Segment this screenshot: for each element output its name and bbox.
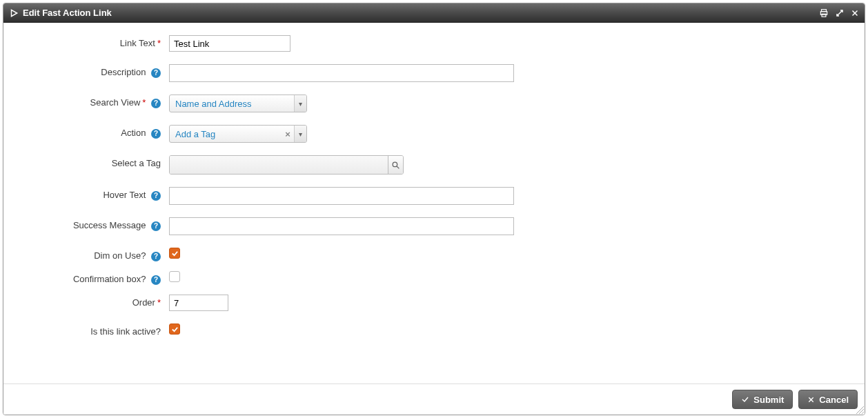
label-select-tag: Select a Tag	[10, 155, 169, 168]
dialog-title: Edit Fast Action Link	[23, 8, 112, 18]
tag-search-input[interactable]	[170, 156, 388, 174]
help-icon[interactable]: ?	[151, 252, 161, 261]
print-icon[interactable]	[819, 8, 829, 18]
row-confirmation-box: Confirmation box? ?	[10, 271, 858, 285]
required-marker: *	[142, 97, 146, 108]
required-marker: *	[157, 38, 161, 48]
row-is-active: Is this link active?	[10, 324, 858, 337]
hover-text-input[interactable]	[169, 187, 514, 205]
select-value: Name and Address	[170, 99, 294, 109]
label-description: Description ?	[10, 64, 169, 78]
chevron-down-icon: ▾	[294, 95, 306, 112]
app-icon	[9, 8, 19, 18]
row-dim-on-use: Dim on Use? ?	[10, 248, 858, 261]
order-input[interactable]	[169, 295, 228, 311]
titlebar: Edit Fast Action Link	[3, 3, 865, 23]
svg-marker-0	[12, 10, 17, 16]
row-action: Action ? Add a Tag × ▾	[10, 125, 858, 143]
svg-point-4	[393, 162, 397, 167]
search-view-select[interactable]: Name and Address ▾	[169, 94, 307, 112]
row-success-message: Success Message ?	[10, 217, 858, 235]
action-select[interactable]: Add a Tag × ▾	[169, 125, 307, 143]
submit-button[interactable]: Submit	[732, 390, 793, 409]
success-message-input[interactable]	[169, 217, 514, 235]
help-icon[interactable]: ?	[151, 275, 161, 285]
help-icon[interactable]: ?	[151, 129, 161, 139]
row-description: Description ?	[10, 64, 858, 82]
row-link-text: Link Text*	[10, 35, 858, 52]
submit-label: Submit	[753, 395, 784, 405]
row-search-view: Search View* ? Name and Address ▾	[10, 94, 858, 112]
help-icon[interactable]: ?	[151, 68, 161, 78]
expand-icon[interactable]	[836, 9, 844, 17]
label-success-message: Success Message ?	[10, 217, 169, 231]
row-order: Order*	[10, 295, 858, 311]
cancel-button[interactable]: Cancel	[798, 390, 858, 409]
link-text-input[interactable]	[169, 35, 290, 52]
row-select-tag: Select a Tag	[10, 155, 858, 175]
clear-icon[interactable]: ×	[282, 129, 294, 139]
select-value: Add a Tag	[170, 129, 282, 139]
is-active-checkbox[interactable]	[169, 324, 180, 335]
dialog-footer: Submit Cancel	[3, 384, 865, 415]
description-input[interactable]	[169, 64, 514, 82]
label-link-text: Link Text*	[10, 35, 169, 48]
help-icon[interactable]: ?	[151, 99, 161, 108]
close-icon[interactable]	[851, 9, 859, 17]
row-hover-text: Hover Text ?	[10, 187, 858, 205]
cancel-label: Cancel	[819, 395, 849, 405]
dialog-window: Edit Fast Action Link Link Text*	[3, 3, 865, 415]
label-confirmation-box: Confirmation box? ?	[10, 271, 169, 285]
tag-search	[169, 155, 404, 175]
label-dim-on-use: Dim on Use? ?	[10, 248, 169, 261]
label-is-active: Is this link active?	[10, 324, 169, 337]
form-content: Link Text* Description ? Search View* ?	[3, 23, 865, 384]
confirmation-box-checkbox[interactable]	[169, 271, 180, 282]
required-marker: *	[157, 297, 161, 308]
label-hover-text: Hover Text ?	[10, 187, 169, 201]
label-order: Order*	[10, 295, 169, 308]
dim-on-use-checkbox[interactable]	[169, 248, 180, 259]
help-icon[interactable]: ?	[151, 191, 161, 201]
label-action: Action ?	[10, 125, 169, 139]
label-search-view: Search View* ?	[10, 94, 169, 108]
chevron-down-icon: ▾	[294, 126, 306, 142]
help-icon[interactable]: ?	[151, 221, 161, 231]
search-icon[interactable]	[388, 156, 403, 174]
